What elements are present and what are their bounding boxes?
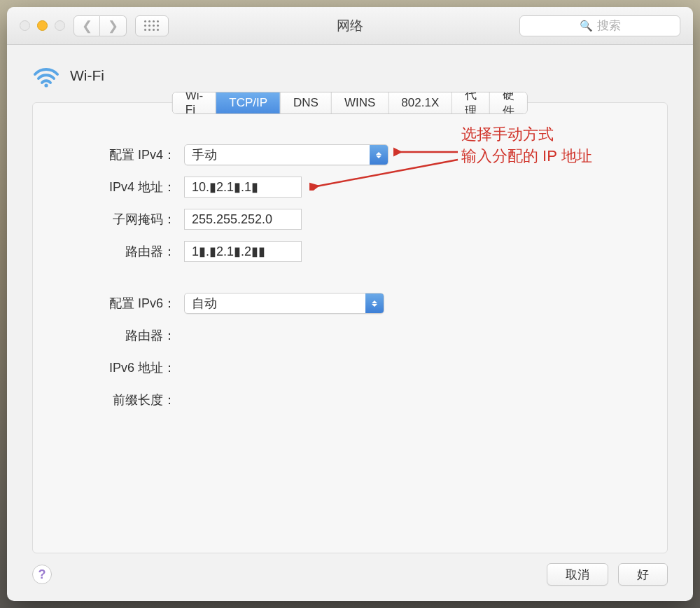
tab-8021x[interactable]: 802.1X xyxy=(388,92,452,113)
wifi-icon xyxy=(32,62,60,90)
traffic-lights xyxy=(20,20,65,31)
preferences-window: ❮ ❯ 网络 🔍 搜索 Wi-Fi xyxy=(7,7,693,601)
page-title: Wi-Fi xyxy=(70,67,104,84)
show-all-button[interactable] xyxy=(135,15,169,36)
ok-button[interactable]: 好 xyxy=(618,563,668,586)
router-value: 1▮.▮2.1▮.2▮▮ xyxy=(192,244,265,259)
configure-ipv6-select[interactable]: 自动 xyxy=(184,293,384,314)
help-icon: ? xyxy=(38,567,46,582)
tab-wifi[interactable]: Wi-Fi xyxy=(173,92,216,113)
ipv4-address-input[interactable]: 10.▮2.1▮.1▮ xyxy=(184,177,302,198)
search-icon: 🔍 xyxy=(580,20,593,32)
subnet-mask-label: 子网掩码： xyxy=(75,211,184,228)
ipv4-address-label: IPv4 地址： xyxy=(75,179,184,195)
tab-bar: Wi-Fi TCP/IP DNS WINS 802.1X 代理 硬件 xyxy=(172,92,528,114)
tab-hardware[interactable]: 硬件 xyxy=(490,92,527,113)
configure-ipv6-value: 自动 xyxy=(185,295,365,312)
dropdown-arrow-icon xyxy=(370,145,388,165)
search-input[interactable]: 🔍 搜索 xyxy=(519,15,680,36)
dropdown-arrow-icon xyxy=(365,293,384,313)
close-window-button[interactable] xyxy=(20,20,30,31)
spacer xyxy=(75,272,625,292)
router-label: 路由器： xyxy=(75,243,184,260)
configure-ipv4-select[interactable]: 手动 xyxy=(184,144,388,165)
cancel-button[interactable]: 取消 xyxy=(547,563,608,586)
zoom-window-button[interactable] xyxy=(55,20,65,31)
configure-ipv6-label: 配置 IPv6： xyxy=(75,295,184,312)
minimize-window-button[interactable] xyxy=(37,20,48,31)
grid-icon xyxy=(144,20,160,32)
back-button[interactable]: ❮ xyxy=(74,15,100,36)
tab-tcpip[interactable]: TCP/IP xyxy=(216,92,281,113)
router-input[interactable]: 1▮.▮2.1▮.2▮▮ xyxy=(184,241,302,262)
search-placeholder: 搜索 xyxy=(597,18,621,34)
forward-button[interactable]: ❯ xyxy=(100,15,127,36)
tcpip-form: 配置 IPv4： 手动 IPv4 地址： 10.▮2.1▮.1▮ 子网掩码： 2… xyxy=(33,103,667,435)
nav-buttons: ❮ ❯ xyxy=(74,15,127,36)
chevron-left-icon: ❮ xyxy=(82,18,92,34)
ipv4-address-value: 10.▮2.1▮.1▮ xyxy=(192,179,258,195)
configure-ipv4-value: 手动 xyxy=(185,146,370,163)
subnet-mask-value: 255.255.252.0 xyxy=(192,212,272,227)
prefix-length-label: 前缀长度： xyxy=(75,392,184,408)
tab-dns[interactable]: DNS xyxy=(281,92,332,113)
tab-proxy[interactable]: 代理 xyxy=(452,92,490,113)
window-title: 网络 xyxy=(337,17,363,35)
tab-wins[interactable]: WINS xyxy=(332,92,388,113)
ipv6-address-label: IPv6 地址： xyxy=(75,359,184,376)
configure-ipv4-label: 配置 IPv4： xyxy=(75,146,184,163)
titlebar: ❮ ❯ 网络 🔍 搜索 xyxy=(7,7,693,45)
settings-panel: Wi-Fi TCP/IP DNS WINS 802.1X 代理 硬件 配置 IP… xyxy=(32,102,668,553)
chevron-right-icon: ❯ xyxy=(108,18,118,34)
router-v6-label: 路由器： xyxy=(75,327,184,344)
svg-point-0 xyxy=(44,83,48,87)
help-button[interactable]: ? xyxy=(32,565,52,584)
subnet-mask-input[interactable]: 255.255.252.0 xyxy=(184,209,302,230)
footer: ? 取消 好 xyxy=(7,553,693,601)
